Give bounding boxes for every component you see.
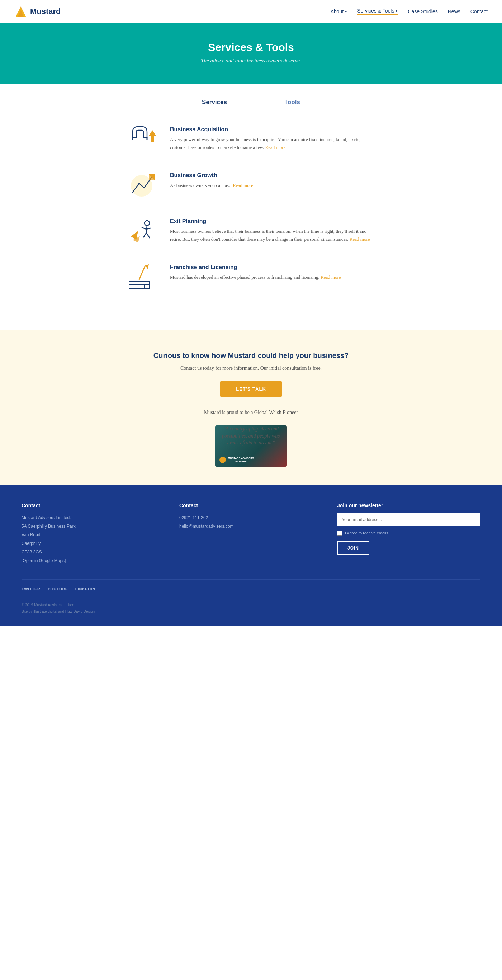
svg-rect-21 bbox=[129, 285, 134, 288]
service-content-acquisition: Business Acquisition A very powerful way… bbox=[170, 125, 376, 151]
svg-rect-6 bbox=[151, 135, 154, 142]
service-content-franchise: Franchise and Licensing Mustard has deve… bbox=[170, 262, 376, 281]
service-icon-acquisition bbox=[126, 125, 161, 154]
cta-section: Curious to know how Mustard could help y… bbox=[0, 330, 502, 485]
svg-line-14 bbox=[143, 233, 146, 237]
footer-address-line4: Caerphilly, bbox=[22, 539, 165, 548]
lets-talk-button[interactable]: LET'S TALK bbox=[220, 381, 282, 397]
footer-address-line2: 5A Caerphilly Business Park, bbox=[22, 522, 165, 531]
main-nav: About Services & Tools Case Studies News… bbox=[330, 8, 488, 15]
read-more-exit[interactable]: Read more bbox=[349, 236, 370, 242]
tab-tools[interactable]: Tools bbox=[256, 94, 329, 110]
footer-contact-col2: Contact 02921 111 262 hello@mustardadvis… bbox=[179, 503, 323, 565]
svg-marker-5 bbox=[149, 130, 156, 135]
service-item-growth: Business Growth As business owners you c… bbox=[126, 171, 376, 199]
site-header: Mustard About Services & Tools Case Stud… bbox=[0, 0, 502, 23]
service-desc-acquisition: A very powerful way to grow your busines… bbox=[170, 135, 376, 151]
footer-address-line5: CF83 3GS bbox=[22, 548, 165, 556]
service-title-exit: Exit Planning bbox=[170, 218, 376, 224]
svg-marker-24 bbox=[145, 264, 149, 269]
svg-line-12 bbox=[141, 228, 146, 229]
nav-contact[interactable]: Contact bbox=[470, 9, 488, 14]
service-title-growth: Business Growth bbox=[170, 172, 376, 179]
service-icon-growth bbox=[126, 171, 161, 199]
cta-subtext: Contact us today for more information. O… bbox=[14, 366, 488, 371]
cta-heading: Curious to know how Mustard could help y… bbox=[14, 352, 488, 360]
pioneer-badge-logo-icon bbox=[219, 457, 226, 463]
footer-address-line3: Van Road, bbox=[22, 531, 165, 539]
read-more-growth[interactable]: Read more bbox=[233, 183, 253, 188]
hero-title: Services & Tools bbox=[14, 41, 488, 53]
service-desc-growth: As business owners you can be... Read mo… bbox=[170, 181, 376, 189]
footer-address-line1: Mustard Advisers Limited, bbox=[22, 513, 165, 522]
newsletter-checkbox-label: I Agree to receive emails bbox=[345, 531, 388, 535]
pioneer-image: "A country of big ideas and possibilitie… bbox=[215, 425, 287, 467]
service-title-franchise: Franchise and Licensing bbox=[170, 264, 376, 270]
nav-news[interactable]: News bbox=[448, 9, 461, 14]
footer-bottom: © 2019 Mustard Advisers Limited Site by … bbox=[22, 596, 480, 615]
site-footer: Contact Mustard Advisers Limited, 5A Cae… bbox=[0, 485, 502, 625]
mustard-logo-icon bbox=[14, 5, 27, 18]
social-youtube-link[interactable]: YOUTUBE bbox=[47, 587, 68, 592]
pioneer-badge-text: MUSTARD ADVISERSPIONEER bbox=[228, 457, 254, 463]
tabs-section: Services Tools bbox=[0, 84, 502, 110]
footer-copyright: © 2019 Mustard Advisers Limited bbox=[22, 602, 480, 608]
service-icon-exit bbox=[126, 217, 161, 245]
newsletter-email-input[interactable] bbox=[337, 513, 480, 526]
svg-line-23 bbox=[139, 266, 145, 280]
service-content-exit: Exit Planning Most business owners belie… bbox=[170, 217, 376, 243]
footer-newsletter-heading: Join our newsletter bbox=[337, 503, 480, 508]
hero-subtitle: The advice and tools business owners des… bbox=[14, 58, 488, 64]
services-list: Business Acquisition A very powerful way… bbox=[126, 110, 376, 330]
service-desc-exit: Most business owners believe that their … bbox=[170, 228, 376, 243]
footer-site-credit: Site by illustrate digital and Huw David… bbox=[22, 608, 480, 615]
logo-link[interactable]: Mustard bbox=[14, 5, 61, 18]
tab-services[interactable]: Services bbox=[173, 94, 256, 110]
nav-services-tools[interactable]: Services & Tools bbox=[357, 8, 398, 15]
service-icon-franchise bbox=[126, 262, 161, 291]
service-title-acquisition: Business Acquisition bbox=[170, 126, 376, 133]
pioneer-badge: MUSTARD ADVISERSPIONEER bbox=[219, 457, 283, 463]
hero-section: Services & Tools The advice and tools bu… bbox=[0, 23, 502, 84]
newsletter-checkbox-row: I Agree to receive emails bbox=[337, 531, 480, 536]
footer-maps-link[interactable]: [Open in Google Maps] bbox=[22, 556, 165, 565]
read-more-acquisition[interactable]: Read more bbox=[265, 145, 286, 150]
svg-line-15 bbox=[146, 233, 150, 238]
service-item-acquisition: Business Acquisition A very powerful way… bbox=[126, 125, 376, 154]
footer-grid: Contact Mustard Advisers Limited, 5A Cae… bbox=[22, 503, 480, 565]
svg-rect-20 bbox=[134, 285, 144, 288]
tab-bar: Services Tools bbox=[126, 94, 376, 110]
service-item-exit: Exit Planning Most business owners belie… bbox=[126, 217, 376, 245]
svg-rect-22 bbox=[144, 285, 149, 288]
pioneer-quote: "A country of big ideas and possibilitie… bbox=[219, 425, 283, 447]
social-linkedin-link[interactable]: LINKEDIN bbox=[75, 587, 95, 592]
footer-newsletter-col: Join our newsletter I Agree to receive e… bbox=[337, 503, 480, 565]
service-desc-franchise: Mustard has developed an effective phase… bbox=[170, 273, 376, 281]
pioneer-text: Mustard is proud to be a Global Welsh Pi… bbox=[14, 410, 488, 415]
footer-phone: 02921 111 262 bbox=[179, 513, 323, 522]
social-links-row: TWITTER YOUTUBE LINKEDIN bbox=[22, 579, 480, 592]
nav-case-studies[interactable]: Case Studies bbox=[408, 9, 437, 14]
nav-about[interactable]: About bbox=[330, 9, 348, 14]
read-more-franchise[interactable]: Read more bbox=[321, 274, 341, 280]
logo-text: Mustard bbox=[30, 7, 61, 16]
social-twitter-link[interactable]: TWITTER bbox=[22, 587, 40, 592]
svg-point-10 bbox=[145, 221, 149, 226]
service-item-franchise: Franchise and Licensing Mustard has deve… bbox=[126, 262, 376, 291]
footer-email-link[interactable]: hello@mustardadvisers.com bbox=[179, 522, 323, 531]
service-content-growth: Business Growth As business owners you c… bbox=[170, 171, 376, 189]
footer-contact2-heading: Contact bbox=[179, 503, 323, 508]
newsletter-join-button[interactable]: JOIN bbox=[337, 541, 369, 555]
footer-contact-col1: Contact Mustard Advisers Limited, 5A Cae… bbox=[22, 503, 165, 565]
newsletter-checkbox[interactable] bbox=[337, 531, 342, 536]
footer-contact1-heading: Contact bbox=[22, 503, 165, 508]
